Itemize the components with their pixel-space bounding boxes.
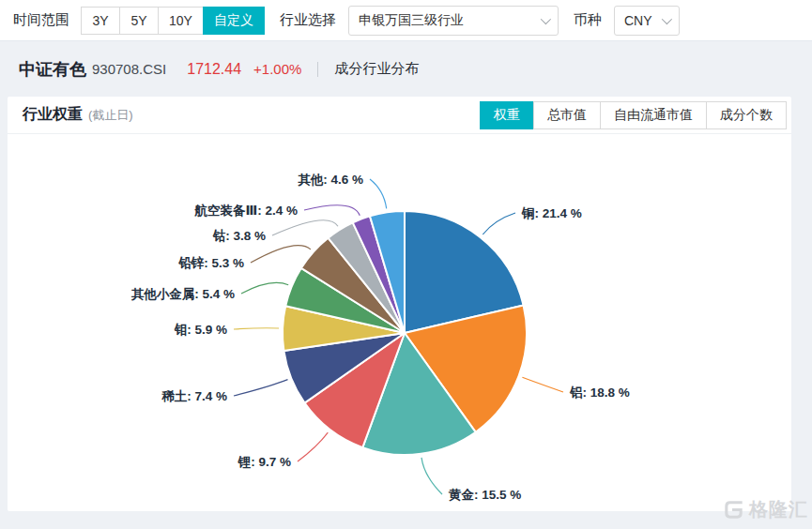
index-info-bar: 中证有色 930708.CSI 1712.44 +1.00% 成分行业分布 <box>0 41 812 97</box>
index-code: 930708.CSI <box>92 61 166 77</box>
metric-tabs: 权重总市值自由流通市值成分个数 <box>481 101 787 129</box>
pie-label-line-7 <box>251 246 311 263</box>
currency-select-value: CNY <box>624 13 652 28</box>
time-range-button-1[interactable]: 5Y <box>119 7 159 35</box>
pie-label-8: 钴: 3.8 % <box>212 229 266 243</box>
pie-label-line-6 <box>241 282 288 294</box>
index-change: +1.00% <box>253 61 301 77</box>
industry-weight-panel: 行业权重 (截止日) 权重总市值自由流通市值成分个数 铜: 21.4 %铝: 1… <box>8 97 791 511</box>
pie-label-2: 黄金: 15.5 % <box>448 488 521 502</box>
chevron-down-icon <box>541 13 551 23</box>
pie-chart-area: 铜: 21.4 %铝: 18.8 %黄金: 15.5 %锂: 9.7 %稀土: … <box>8 134 791 510</box>
time-range-buttons: 3Y5Y10Y自定义 <box>81 7 265 35</box>
panel-header: 行业权重 (截止日) 权重总市值自由流通市值成分个数 <box>8 97 791 134</box>
metric-tab-0[interactable]: 权重 <box>480 101 534 129</box>
currency-label: 币种 <box>574 11 602 29</box>
pie-label-line-4 <box>234 380 288 396</box>
pie-label-line-2 <box>421 458 442 494</box>
panel-title: 行业权重 <box>23 105 83 125</box>
industry-select[interactable]: 申银万国三级行业 <box>348 6 559 36</box>
pie-label-0: 铜: 21.4 % <box>521 206 582 220</box>
gelonghui-watermark: 格隆汇 <box>723 497 808 522</box>
pie-label-line-3 <box>298 432 328 461</box>
currency-select[interactable]: CNY <box>614 6 680 36</box>
index-price: 1712.44 <box>187 61 241 78</box>
pie-label-line-1 <box>522 377 563 392</box>
metric-tab-2[interactable]: 自由流通市值 <box>600 101 707 129</box>
pie-label-1: 铝: 18.8 % <box>569 385 630 400</box>
pie-label-7: 铅锌: 5.3 % <box>177 255 244 270</box>
pie-label-5: 钼: 5.9 % <box>174 323 227 337</box>
pie-label-line-9 <box>304 205 360 216</box>
pie-label-line-10 <box>370 179 387 208</box>
industry-select-label: 行业选择 <box>280 11 336 29</box>
pie-label-line-0 <box>483 213 515 234</box>
section-title: 成分行业分布 <box>334 60 419 78</box>
pie-label-3: 锂: 9.7 % <box>237 455 291 469</box>
pie-label-line-8 <box>272 220 338 235</box>
chevron-down-icon <box>662 13 672 23</box>
time-range-button-2[interactable]: 10Y <box>158 7 204 35</box>
time-range-label: 时间范围 <box>13 11 69 29</box>
time-range-button-3[interactable]: 自定义 <box>203 7 265 35</box>
gelonghui-g-logo-icon <box>723 499 744 521</box>
toolbar: 时间范围 3Y5Y10Y自定义 行业选择 申银万国三级行业 币种 CNY <box>0 0 812 41</box>
metric-tab-3[interactable]: 成分个数 <box>706 101 787 129</box>
panel-title-suffix: (截止日) <box>88 107 133 124</box>
time-range-button-0[interactable]: 3Y <box>81 7 120 35</box>
industry-select-value: 申银万国三级行业 <box>359 12 464 29</box>
vertical-divider <box>317 62 318 77</box>
gelonghui-watermark-text: 格隆汇 <box>749 497 808 522</box>
pie-label-line-5 <box>234 328 279 329</box>
pie-label-10: 其他: 4.6 % <box>298 173 363 187</box>
pie-label-6: 其他小金属: 5.4 % <box>131 287 235 301</box>
metric-tab-1[interactable]: 总市值 <box>533 101 601 129</box>
pie-label-4: 稀土: 7.4 % <box>161 389 227 403</box>
pie-chart: 铜: 21.4 %铝: 18.8 %黄金: 15.5 %锂: 9.7 %稀土: … <box>8 134 791 510</box>
index-name: 中证有色 <box>19 58 86 81</box>
pie-label-9: 航空装备Ⅲ: 2.4 % <box>193 204 298 218</box>
page: 时间范围 3Y5Y10Y自定义 行业选择 申银万国三级行业 币种 CNY 中证有… <box>0 0 812 529</box>
